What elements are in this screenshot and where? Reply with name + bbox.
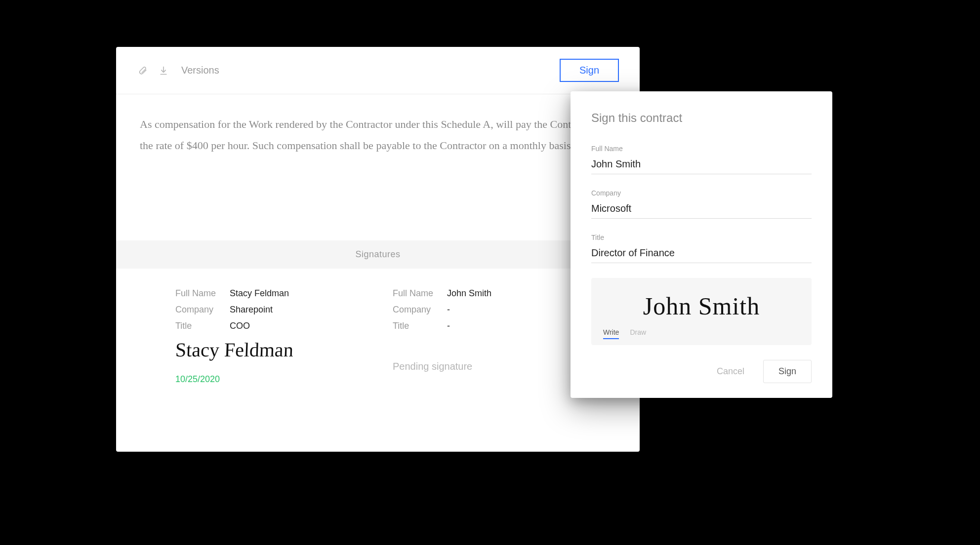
versions-link[interactable]: Versions bbox=[181, 65, 219, 76]
field-label-company: Company bbox=[591, 189, 812, 197]
signature-label-title: Title bbox=[393, 321, 447, 331]
signature-label-fullname: Full Name bbox=[393, 288, 447, 299]
paperclip-icon[interactable] bbox=[137, 65, 149, 77]
signature-value-company: Sharepoint bbox=[230, 305, 273, 315]
field-label-fullname: Full Name bbox=[591, 145, 812, 153]
signature-label-company: Company bbox=[393, 305, 447, 315]
signature-value-fullname: Stacy Feldman bbox=[230, 288, 289, 299]
signatures-row: Full Name Stacy Feldman Company Sharepoi… bbox=[116, 269, 640, 385]
sign-panel-heading: Sign this contract bbox=[591, 111, 812, 125]
signatures-header: Signatures bbox=[116, 240, 640, 269]
document-toolbar: Versions Sign bbox=[116, 47, 640, 94]
cancel-button[interactable]: Cancel bbox=[705, 360, 756, 383]
download-icon[interactable] bbox=[158, 65, 169, 77]
signature-value-company: - bbox=[447, 305, 450, 315]
signature-block-right: Full Name John Smith Company - Title - P… bbox=[393, 288, 580, 385]
pending-signature: Pending signature bbox=[393, 361, 580, 372]
signature-label-fullname: Full Name bbox=[175, 288, 230, 299]
signature-value-title: COO bbox=[230, 321, 250, 331]
signature-label-title: Title bbox=[175, 321, 230, 331]
signature-label-company: Company bbox=[175, 305, 230, 315]
signature-value-fullname: John Smith bbox=[447, 288, 491, 299]
signature-block-left: Full Name Stacy Feldman Company Sharepoi… bbox=[175, 288, 363, 385]
sign-button[interactable]: Sign bbox=[560, 59, 619, 82]
sign-panel: Sign this contract Full Name Company Tit… bbox=[571, 91, 832, 398]
tab-draw[interactable]: Draw bbox=[630, 328, 646, 339]
signature-value-title: - bbox=[447, 321, 450, 331]
document-panel: Versions Sign As compensation for the Wo… bbox=[116, 47, 640, 452]
document-body: As compensation for the Work rendered by… bbox=[116, 94, 640, 176]
confirm-sign-button[interactable]: Sign bbox=[763, 360, 812, 383]
signature-script-left: Stacy Feldman bbox=[175, 338, 364, 361]
title-input[interactable] bbox=[591, 245, 812, 263]
company-input[interactable] bbox=[591, 201, 812, 219]
tab-write[interactable]: Write bbox=[603, 328, 619, 339]
fullname-input[interactable] bbox=[591, 156, 812, 174]
signature-date: 10/25/2020 bbox=[175, 374, 363, 385]
field-label-title: Title bbox=[591, 234, 812, 241]
signature-preview: John Smith bbox=[603, 292, 800, 320]
signature-pad[interactable]: John Smith Write Draw bbox=[591, 278, 812, 345]
